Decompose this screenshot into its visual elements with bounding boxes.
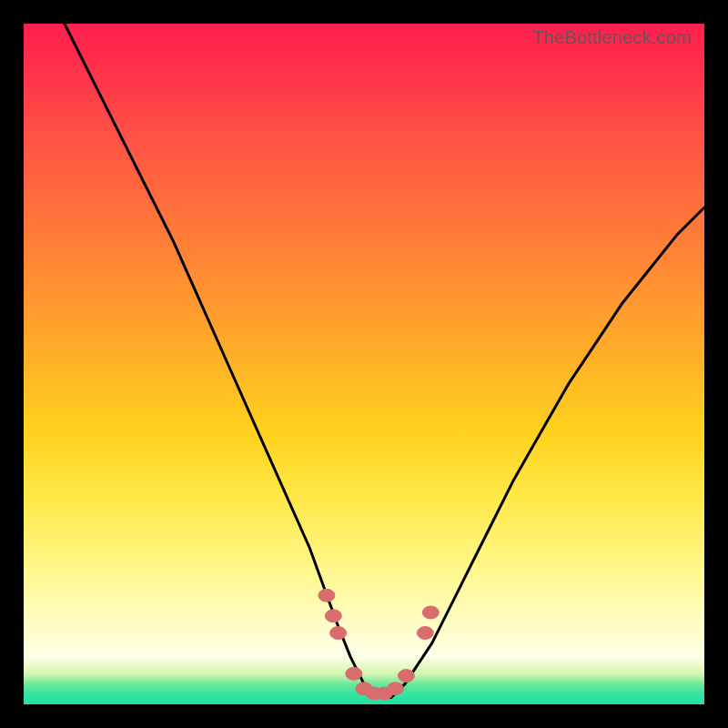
curve-marker <box>318 589 335 602</box>
curve-marker <box>417 627 433 640</box>
curve-marker <box>330 627 347 640</box>
curve-marker <box>422 606 439 619</box>
curve-marker <box>387 682 403 695</box>
chart-frame: TheBottleneck.com <box>0 0 728 728</box>
curve-marker <box>325 610 341 622</box>
curve-marker <box>346 667 362 680</box>
curve-markers <box>24 24 704 704</box>
chart-plot-area: TheBottleneck.com <box>24 24 704 704</box>
curve-marker <box>398 670 414 682</box>
